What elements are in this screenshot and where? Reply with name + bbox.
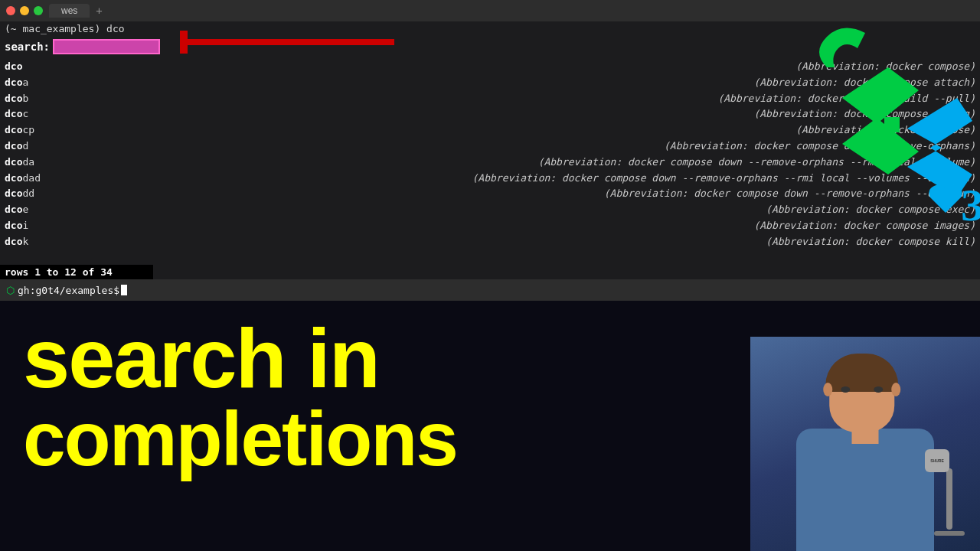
completion-cmd: dcocp [5,122,66,139]
completion-cmd: dcob [5,91,66,107]
person-image: SHURE [750,337,980,551]
minimize-button[interactable] [20,6,29,15]
completion-cmd: dcok [5,234,66,250]
tab-bar: wes + [0,0,980,21]
red-arrow [180,31,402,54]
tab-title[interactable]: wes [49,4,90,18]
completion-cmd: dcod [5,139,66,155]
svg-text:3: 3 [961,180,980,230]
completion-cmd: dcoe [5,202,66,218]
webcam-overlay: SHURE [750,337,980,551]
overlay-line1: search in [23,316,457,400]
svg-rect-2 [884,117,900,132]
completion-cmd: dco [5,59,66,75]
overlay-text: search in completions [23,316,457,477]
mic-label: SHURE [930,458,944,463]
terminal-window: wes + (~ mac_examples) dco search: dco (… [0,0,980,279]
completion-cmd: dcoc [5,106,66,122]
cursor [121,285,127,295]
search-label: search: [5,41,50,53]
overlay-line2: completions [23,400,457,477]
completion-cmd: dcoda [5,155,66,171]
lower-section: search in completions [0,301,980,551]
search-input[interactable] [53,39,160,54]
bottom-prompt-bar: ⬡ gh:g0t4/examples$ [0,279,980,301]
new-tab-button[interactable]: + [96,5,102,17]
completion-cmd: dcodd [5,186,66,202]
logo-overlay: 3 [766,21,980,259]
prompt-path: gh:g0t4/examples$ [18,285,119,296]
traffic-lights [6,6,43,15]
status-bar: rows 1 to 12 of 34 [0,265,153,279]
completion-cmd: dcodad [5,171,66,187]
completion-cmd: dcoa [5,75,66,91]
close-button[interactable] [6,6,15,15]
prompt-icon: ⬡ [6,285,15,296]
maximize-button[interactable] [34,6,43,15]
completion-cmd: dcoi [5,218,66,234]
